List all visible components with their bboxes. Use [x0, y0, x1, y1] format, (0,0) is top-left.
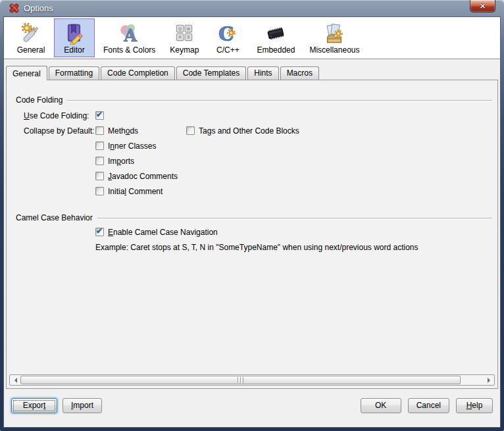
use-code-folding-checkbox[interactable] — [95, 111, 104, 120]
tab-macros[interactable]: Macros — [280, 66, 319, 80]
tab-strip: General Formatting Code Completion Code … — [4, 65, 500, 80]
svg-text:S: S — [188, 35, 190, 39]
imports-checkbox[interactable] — [95, 157, 104, 165]
import-button[interactable]: Import — [63, 398, 102, 413]
tab-hints[interactable]: Hints — [247, 66, 278, 80]
close-icon — [480, 1, 486, 11]
cancel-button[interactable]: Cancel — [408, 398, 449, 413]
checkbox-label: Inner Classes — [108, 141, 156, 151]
toolbar-item-editor[interactable]: Editor — [54, 18, 95, 57]
collapse-javadoc-checkbox-item[interactable]: Javadoc Comments — [95, 172, 186, 181]
letter-c-gear-icon: C — [216, 22, 239, 45]
group-separator-line — [97, 218, 492, 218]
color-circles-letter-a-icon: A — [118, 22, 141, 45]
scroll-right-button[interactable] — [484, 375, 494, 385]
toolbar-item-label: Embedded — [257, 45, 295, 55]
wrench-gears-icon — [20, 22, 42, 45]
checkbox-label: Imports — [108, 157, 134, 166]
keyboard-keys-icon: QW AS — [173, 22, 195, 45]
collapse-methods-checkbox-item[interactable]: Methods — [95, 126, 186, 136]
collapse-inner-classes-checkbox-item[interactable]: Inner Classes — [95, 141, 186, 151]
tab-code-completion[interactable]: Code Completion — [101, 66, 175, 80]
tab-label: Code Completion — [107, 68, 168, 78]
svg-text:Q: Q — [179, 27, 182, 31]
tab-label: Macros — [287, 68, 313, 78]
camel-case-group-header: Camel Case Behavior — [7, 213, 497, 223]
toolbar-item-label: Keymap — [170, 45, 199, 55]
toolbar-item-label: Fonts & Colors — [103, 45, 155, 55]
category-toolbar: General Editor — [4, 17, 500, 59]
window-title: Options — [24, 3, 53, 13]
code-folding-group-header: Code Folding — [7, 95, 497, 105]
scrollbar-track[interactable] — [20, 375, 484, 385]
toolbar-item-c-cpp[interactable]: C C/C++ — [207, 18, 248, 57]
tab-label: Code Templates — [183, 68, 240, 78]
collapse-tags-checkbox-item[interactable]: Tags and Other Code Blocks — [186, 126, 299, 136]
enable-camel-case-navigation-checkbox[interactable] — [95, 228, 104, 236]
toolbar-item-general[interactable]: General — [11, 18, 51, 57]
initial-comment-checkbox[interactable] — [95, 187, 104, 195]
ok-button[interactable]: OK — [361, 398, 401, 413]
bottom-button-bar: Export Import OK Cancel Help — [4, 389, 500, 427]
dialog-body: General Editor — [3, 16, 501, 428]
tab-formatting[interactable]: Formatting — [49, 66, 99, 80]
enable-camel-case-checkbox-item[interactable]: Enable Camel Case Navigation — [95, 228, 218, 237]
group-separator-line — [67, 100, 492, 101]
close-button[interactable] — [470, 0, 495, 13]
collapse-by-default-label: Collapse by Default: — [24, 126, 95, 136]
tab-code-templates[interactable]: Code Templates — [176, 66, 247, 80]
toolbar-item-miscellaneous[interactable]: Miscellaneous — [303, 18, 365, 57]
arrow-left-icon — [12, 378, 17, 383]
options-window: Options — [0, 0, 504, 431]
tab-label: Hints — [254, 68, 272, 78]
papers-gear-tray-icon — [323, 22, 345, 45]
toolbar-item-embedded[interactable]: Embedded — [251, 18, 301, 57]
collapse-initial-comment-checkbox-item[interactable]: Initial Comment — [95, 187, 186, 196]
use-code-folding-checkbox-item[interactable] — [95, 111, 186, 120]
toolbar-item-label: C/C++ — [216, 45, 239, 55]
help-button[interactable]: Help — [456, 398, 493, 413]
collapse-imports-checkbox-item[interactable]: Imports — [95, 157, 186, 166]
svg-text:A: A — [179, 35, 182, 39]
toolbar-item-label: Editor — [64, 45, 84, 55]
app-red-x-icon — [9, 3, 20, 14]
checkbox-label: Tags and Other Code Blocks — [199, 126, 299, 136]
checkbox-label: Initial Comment — [108, 187, 163, 196]
tab-label: General — [13, 69, 41, 78]
arrow-right-icon — [488, 378, 493, 383]
checkbox-label: Javadoc Comments — [108, 172, 178, 181]
grip-icon — [238, 377, 243, 383]
tab-content-panel: Code Folding Use Code Folding: Collapse … — [6, 80, 498, 389]
toolbar-item-label: General — [17, 45, 45, 55]
tags-and-other-code-blocks-checkbox[interactable] — [186, 126, 195, 135]
group-title: Camel Case Behavior — [16, 213, 93, 222]
checkbox-label: Enable Camel Case Navigation — [108, 228, 218, 237]
book-pencil-icon — [63, 22, 86, 45]
checkbox-label: Methods — [108, 126, 138, 136]
scroll-left-button[interactable] — [10, 375, 20, 385]
microchip-icon — [265, 22, 287, 45]
inner-classes-checkbox[interactable] — [95, 141, 104, 150]
toolbar-item-keymap[interactable]: QW AS Keymap — [164, 18, 205, 57]
svg-text:W: W — [187, 27, 190, 31]
tab-label: Formatting — [55, 68, 93, 78]
toolbar-item-label: Miscellaneous — [309, 45, 359, 55]
methods-checkbox[interactable] — [95, 126, 104, 135]
toolbar-item-fonts-colors[interactable]: A Fonts & Colors — [97, 18, 161, 57]
svg-text:A: A — [123, 26, 138, 45]
horizontal-scrollbar[interactable] — [9, 374, 495, 386]
export-button[interactable]: Export — [11, 398, 57, 413]
tab-general[interactable]: General — [6, 66, 47, 80]
javadoc-comments-checkbox[interactable] — [95, 172, 104, 180]
camel-case-example-text: Example: Caret stops at S, T, N in "Some… — [95, 243, 418, 252]
tabs-gap — [4, 59, 500, 65]
use-code-folding-label: Use Code Folding: — [24, 111, 95, 120]
scrollbar-thumb[interactable] — [20, 376, 461, 384]
group-title: Code Folding — [16, 95, 63, 105]
titlebar[interactable]: Options — [3, 0, 501, 16]
